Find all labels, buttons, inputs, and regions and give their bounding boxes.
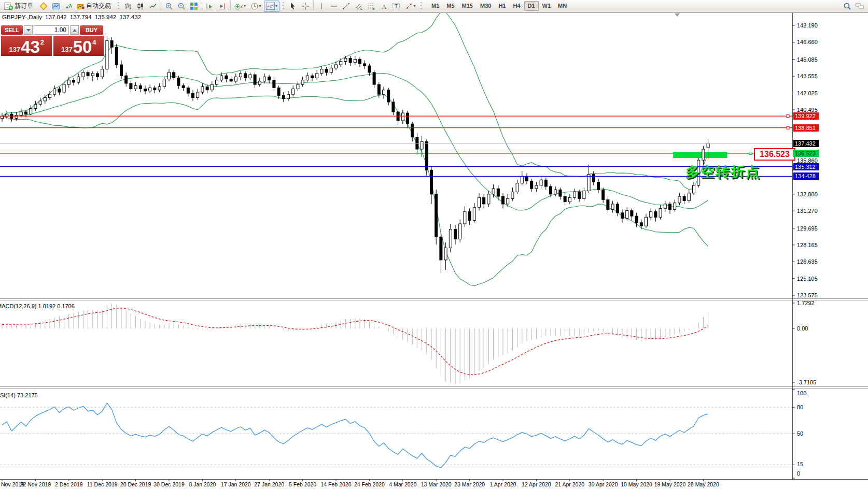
indicators-button[interactable]: ▾ (233, 1, 247, 11)
macd-axis-max: 1.7292 (797, 300, 815, 306)
price-badge-137.432: 137.432 (793, 140, 819, 147)
timeframe-m5-button[interactable]: M5 (443, 1, 458, 11)
ohlc-bars-icon (124, 2, 132, 10)
vertical-line-tool-button[interactable] (316, 1, 327, 11)
price-callout-label[interactable]: 136.523 (754, 148, 795, 161)
triangle-down-icon (26, 29, 31, 32)
dropdown-arrow-icon: ▾ (275, 4, 277, 8)
zoom-in-button[interactable] (163, 1, 175, 11)
sell-button[interactable]: SELL (1, 25, 23, 35)
macd-signal-value: 0.1706 (57, 303, 75, 309)
text-a-icon: A (381, 2, 387, 10)
add-indicator-icon (234, 2, 243, 10)
price-axis-tick-label: 129.695 (797, 225, 818, 232)
tile-windows-icon (190, 2, 198, 10)
price-axis-tick-label: 143.555 (797, 73, 818, 79)
volume-decrease-button[interactable] (24, 25, 33, 35)
sell-price-sup: 2 (40, 38, 44, 46)
chart-shift-marker-icon[interactable] (675, 13, 680, 17)
horizontal-line-tool-button[interactable] (328, 1, 340, 11)
signals-button[interactable] (63, 1, 74, 11)
text-label-tool-button[interactable]: T (390, 1, 402, 11)
timeframe-m30-button[interactable]: M30 (477, 1, 495, 11)
toolbar: 新订单 自动交易 (0, 0, 868, 12)
hline-anchor-marker[interactable] (749, 152, 752, 154)
toolbar-separator (230, 2, 231, 10)
hline-anchor-marker[interactable] (787, 126, 789, 129)
chat-bubbles-icon (855, 2, 865, 10)
timeframe-h4-button[interactable]: H4 (509, 1, 524, 11)
sell-price-panel[interactable]: 137432 (1, 36, 52, 56)
price-badge-138.851: 138.851 (793, 124, 819, 132)
price-chart-canvas[interactable] (0, 0, 868, 489)
date-axis-label: 20 Dec 2019 (120, 481, 151, 487)
arrows-tool-button[interactable]: ▾ (403, 1, 417, 11)
timeframe-mn-button[interactable]: MN (554, 1, 570, 11)
toolbar-grip (283, 2, 284, 10)
crosshair-tool-button[interactable] (300, 1, 311, 11)
highlight-rectangle[interactable] (673, 152, 727, 158)
date-axis-label: 22 Nov 2019 (20, 481, 51, 487)
date-axis-label: 8 Jan 2020 (189, 481, 216, 487)
autotrading-button[interactable]: 自动交易 (75, 1, 115, 11)
chart-annotation-text[interactable]: 多空转折点 (685, 163, 761, 181)
tile-windows-button[interactable] (188, 1, 200, 11)
date-axis-label: 17 Jan 2020 (221, 481, 251, 487)
volume-input[interactable] (34, 25, 69, 35)
profile-button[interactable] (50, 1, 62, 11)
buy-price-panel[interactable]: 137504 (53, 36, 104, 56)
bar-chart-button[interactable] (122, 1, 134, 11)
rsi-name: RSI(14) (0, 392, 16, 398)
new-order-button[interactable]: 新订单 (3, 1, 37, 11)
search-button[interactable] (842, 1, 853, 11)
date-axis-label: 24 Feb 2020 (354, 481, 385, 487)
buy-button[interactable]: BUY (80, 25, 103, 35)
zoom-out-button[interactable] (176, 1, 187, 11)
charts-button[interactable] (38, 1, 49, 11)
text-tool-button[interactable]: A (378, 1, 389, 11)
dropdown-arrow-icon: ▾ (414, 4, 416, 8)
timeframe-w1-button[interactable]: W1 (539, 1, 555, 11)
periods-button[interactable]: ▾ (248, 1, 263, 11)
triangle-up-icon (73, 29, 77, 32)
hline-anchor-marker[interactable] (787, 115, 789, 118)
price-axis-tick-label: 146.660 (797, 39, 818, 45)
macd-axis-zero: 0.00 (797, 325, 808, 332)
templates-button[interactable]: ▾ (264, 1, 279, 12)
date-axis-label: 5 Feb 2020 (289, 481, 316, 487)
vertical-line-icon (318, 2, 325, 10)
chart-shift-button[interactable] (217, 1, 228, 11)
candlestick-chart-button[interactable] (135, 1, 146, 11)
price-axis-tick-label: 126.635 (797, 258, 818, 265)
search-icon (843, 2, 851, 10)
buy-price-prefix: 137 (61, 46, 73, 53)
equidistant-channel-tool-button[interactable]: E (353, 1, 365, 11)
fibonacci-icon: F (367, 2, 375, 10)
fibonacci-tool-button[interactable]: F (366, 1, 377, 11)
timeframe-m15-button[interactable]: M15 (458, 1, 477, 11)
cursor-tool-button[interactable] (287, 1, 299, 11)
price-axis-tick-label: 131.270 (797, 208, 818, 214)
rsi-line (2, 403, 708, 468)
line-chart-button[interactable] (147, 1, 159, 11)
timeframe-d1-button[interactable]: D1 (524, 1, 539, 11)
channel-icon: E (355, 2, 363, 10)
trendline-tool-button[interactable] (341, 1, 352, 11)
timeframe-m1-button[interactable]: M1 (428, 1, 443, 11)
price-axis-tick-label: 142.025 (797, 90, 818, 96)
timeframe-h1-button[interactable]: H1 (495, 1, 509, 11)
profile-chart-icon (52, 2, 60, 10)
chat-button[interactable] (854, 1, 865, 11)
macd-indicator-label: MACD(12,26,9) 1.0192 0.1706 (0, 303, 75, 309)
volume-increase-button[interactable] (70, 25, 79, 35)
autotrading-label: 自动交易 (86, 2, 111, 10)
date-axis-label: 27 Jan 2020 (254, 481, 284, 487)
toolbar-separator (161, 2, 161, 10)
symbol-period-label: GBPJPY-,Daily (2, 14, 42, 20)
date-axis-label: 30 Apr 2020 (589, 481, 618, 487)
price-badge-136.523: 136.523 (793, 150, 819, 157)
auto-scroll-button[interactable] (204, 1, 216, 11)
horizontal-line-icon (330, 2, 338, 10)
macd-signal-line (2, 308, 708, 375)
trendline-icon (342, 2, 351, 10)
